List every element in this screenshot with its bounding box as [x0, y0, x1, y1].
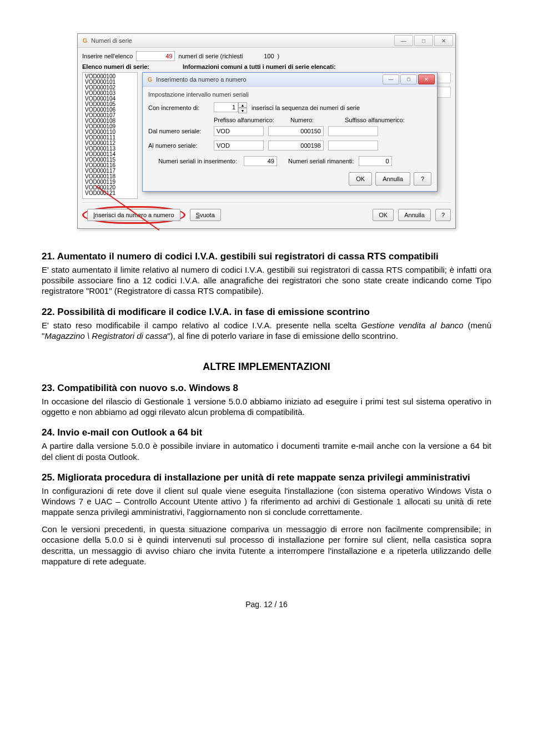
- inserting-count-label: Numeri seriali in inserimento:: [148, 158, 239, 164]
- close-icon[interactable]: ✕: [434, 35, 453, 46]
- remaining-count-label: Numeri seriali rimanenti:: [288, 158, 354, 164]
- paragraph-24: A partire dalla versione 5.0.0 è possibi…: [42, 440, 491, 462]
- heading-24: 24. Invio e-mail con Outlook a 64 bit: [42, 427, 491, 438]
- ok-button[interactable]: OK: [349, 172, 372, 186]
- serial-dialog-screenshot: G Numeri di serie — □ ✕ Inserire nell'el…: [77, 33, 456, 229]
- cancel-button[interactable]: Annulla: [398, 209, 431, 221]
- heading-21: 21. Aumentato il numero di codici I.V.A.…: [42, 251, 491, 262]
- dialog-title: Inserimento da numero a numero: [156, 76, 383, 83]
- heading-22: 22. Possibilità di modificare il codice …: [42, 307, 491, 318]
- cancel-button[interactable]: Annulla: [375, 172, 410, 186]
- insert-count-label: Inserire nell'elenco: [82, 53, 133, 59]
- minimize-icon[interactable]: —: [394, 35, 413, 46]
- col-number-header: Numero:: [290, 117, 340, 123]
- to-number-input[interactable]: [268, 141, 324, 151]
- paragraph-23: In occasione del rilascio di Gestionale …: [42, 396, 491, 417]
- outer-window-titlebar: G Numeri di serie — □ ✕: [78, 34, 455, 48]
- help-button[interactable]: ?: [414, 172, 431, 186]
- insert-count-input[interactable]: [136, 51, 175, 61]
- increment-suffix: inserisci la sequenza dei numeri di seri…: [252, 104, 360, 111]
- heading-23: 23. Compatibilità con nuovo s.o. Windows…: [42, 383, 491, 394]
- from-suffix-input[interactable]: [328, 126, 378, 136]
- from-serial-label: Dal numero seriale:: [148, 128, 209, 134]
- increment-input[interactable]: [214, 102, 238, 112]
- highlight-circle-icon: IInserisci da numero a numeronserisci da…: [82, 206, 185, 224]
- paragraph-25a: In configurazioni di rete dove il client…: [42, 485, 491, 518]
- required-label: numeri di serie (richiesti: [178, 53, 243, 59]
- paragraph-22: E' stato reso modificabile il campo rela…: [42, 320, 491, 341]
- remaining-count-value: [359, 156, 392, 166]
- col-prefix-header: Prefisso alfanumerico:: [214, 117, 286, 123]
- maximize-icon[interactable]: □: [414, 35, 433, 46]
- heading-altre-implementazioni: ALTRE IMPLEMENTAZIONI: [42, 361, 491, 373]
- close-icon[interactable]: ✕: [418, 74, 435, 84]
- to-serial-label: Al numero seriale:: [148, 142, 209, 149]
- col-suffix-header: Suffisso alfanumerico:: [345, 117, 417, 123]
- range-insert-dialog: G Inserimento da numero a numero — □ ✕ I…: [142, 72, 438, 192]
- serial-list[interactable]: VOD000100 VOD000101 VOD000102 VOD000103 …: [82, 72, 138, 199]
- app-icon: G: [146, 76, 154, 83]
- from-number-input[interactable]: [268, 126, 324, 136]
- required-value: 100: [247, 53, 274, 59]
- outer-window-title: Numeri di serie: [91, 37, 394, 44]
- page-number: Pag. 12 / 16: [42, 600, 491, 609]
- increment-label: Con incremento di:: [148, 104, 209, 111]
- spinner-down-icon[interactable]: ▼: [238, 108, 247, 113]
- dialog-subtitle: Impostazione intervallo numeri seriali: [148, 91, 431, 98]
- to-prefix-input[interactable]: [214, 141, 264, 151]
- paragraph-25b: Con le versioni precedenti, in questa si…: [42, 524, 491, 567]
- from-prefix-input[interactable]: [214, 126, 264, 136]
- minimize-icon[interactable]: —: [383, 74, 399, 84]
- help-button[interactable]: ?: [435, 209, 451, 221]
- heading-25: 25. Migliorata procedura di installazion…: [42, 472, 491, 483]
- app-icon: G: [81, 37, 89, 44]
- insert-range-button[interactable]: IInserisci da numero a numeronserisci da…: [87, 209, 180, 221]
- serial-list-header: Elenco numeri di serie:: [82, 63, 149, 70]
- to-suffix-input[interactable]: [328, 141, 378, 151]
- inserting-count-value: [244, 156, 277, 166]
- common-info-header: Informazioni comuni a tutti i numeri di …: [183, 63, 336, 70]
- ok-button[interactable]: OK: [373, 209, 394, 221]
- spinner-up-icon[interactable]: ▲: [238, 102, 247, 108]
- paragraph-21: E' stato aumentato il limite relativo al…: [42, 264, 491, 297]
- clear-button[interactable]: SvuotaSvuota: [190, 209, 221, 221]
- required-close: ): [278, 53, 280, 59]
- maximize-icon[interactable]: □: [400, 74, 417, 84]
